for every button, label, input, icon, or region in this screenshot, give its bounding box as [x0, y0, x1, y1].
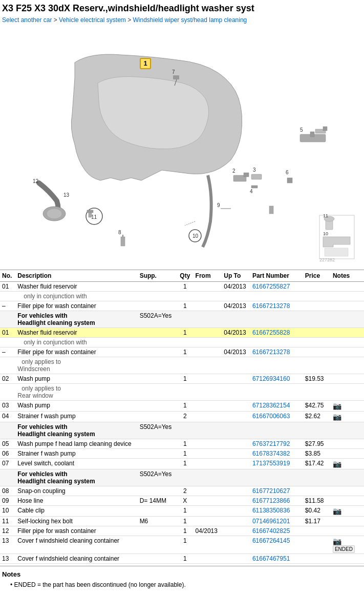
part-number-link[interactable]: 67126934160: [252, 375, 290, 382]
cell-supp: [138, 448, 177, 458]
cell-supp: [138, 486, 177, 496]
cell-from: [194, 448, 222, 458]
cell-upto: [222, 526, 250, 536]
part-number-link[interactable]: 17137553919: [252, 460, 290, 467]
cell-from: [194, 422, 222, 439]
cell-notes: 📷: [331, 458, 364, 469]
breadcrumb: Select another car > Vehicle electrical …: [0, 15, 364, 27]
part-number-link[interactable]: 61677123866: [252, 497, 290, 504]
cell-partnum: 67637217792: [250, 439, 303, 448]
svg-rect-38: [326, 220, 333, 230]
part-number-link[interactable]: 61678374382: [252, 450, 290, 457]
table-row: only applies toRear window: [0, 383, 364, 400]
cell-notes: [331, 486, 364, 496]
cell-partnum: 61677123866: [250, 496, 303, 505]
cell-desc: For vehicles withHeadlight cleaning syst…: [15, 422, 137, 439]
cell-no: 08: [0, 486, 15, 496]
part-number-link[interactable]: 61667255827: [252, 283, 290, 290]
svg-text:1: 1: [143, 59, 147, 67]
cell-qty: 1: [177, 554, 193, 563]
part-number-link[interactable]: 67637217792: [252, 440, 290, 447]
breadcrumb-link-wiper[interactable]: Windshield wiper syst/head lamp cleaning: [133, 16, 247, 24]
cell-partnum: 67126934160: [250, 374, 303, 383]
cell-no: [0, 422, 15, 439]
table-row: only in conjunction with: [0, 337, 364, 347]
cell-partnum: 61667255827: [250, 281, 303, 291]
cell-desc: Cover f windshield cleaning container: [15, 554, 137, 563]
part-number-link[interactable]: 61667467951: [252, 555, 290, 562]
cell-partnum: [250, 311, 303, 327]
cell-no: –: [0, 301, 15, 311]
camera-icon: 📷: [333, 413, 341, 421]
breadcrumb-link-electrical[interactable]: Vehicle electrical system: [59, 16, 126, 24]
cell-from: 04/2013: [194, 526, 222, 536]
cell-partnum: 61667402825: [250, 526, 303, 536]
table-row: 09Hose lineD= 14MMX61677123866$11.58: [0, 496, 364, 505]
cell-desc: Wash pumpe f head lamp cleaning device: [15, 439, 137, 448]
cell-upto: [222, 383, 250, 400]
cell-from: [194, 400, 222, 411]
breadcrumb-sep2: >: [127, 16, 133, 24]
svg-rect-12: [244, 173, 249, 177]
cell-qty: [177, 469, 193, 486]
svg-rect-9: [323, 127, 327, 131]
table-row: 03Wash pump167128362154$42.75📷: [0, 400, 364, 411]
cell-price: [303, 357, 331, 374]
cell-upto: [222, 505, 250, 516]
cell-notes: 📷: [331, 505, 364, 516]
cell-notes: 📷: [331, 400, 364, 411]
table-row: 11Self-locking hex boltM6107146961201$1.…: [0, 516, 364, 526]
cell-no: 12: [0, 526, 15, 536]
cell-desc: only applies toWindscreen: [15, 357, 137, 374]
cell-no: 01: [0, 327, 15, 337]
cell-desc: Wash pump: [15, 374, 137, 383]
cell-supp: M6: [138, 516, 177, 526]
table-row: For vehicles withHeadlight cleaning syst…: [0, 469, 364, 486]
cell-upto: 04/2013: [222, 281, 250, 291]
svg-text:10: 10: [323, 231, 328, 236]
cell-supp: D= 14MM: [138, 496, 177, 505]
cell-desc: Filler pipe for wash container: [15, 347, 137, 357]
cell-partnum: 61678374382: [250, 448, 303, 458]
cell-upto: [222, 400, 250, 411]
cell-price: $17.42: [303, 458, 331, 469]
cell-price: [303, 469, 331, 486]
part-number-link[interactable]: 07146961201: [252, 518, 290, 525]
cell-qty: 1: [177, 536, 193, 554]
cell-upto: [222, 374, 250, 383]
cell-upto: [222, 357, 250, 374]
svg-text:227282: 227282: [319, 257, 335, 262]
cell-supp: S502A=Yes: [138, 311, 177, 327]
svg-rect-14: [251, 174, 262, 179]
svg-text:13: 13: [63, 192, 70, 198]
cell-upto: 04/2013: [222, 347, 250, 357]
cell-notes: [331, 422, 364, 439]
cell-no: 02: [0, 374, 15, 383]
cell-partnum: 67128362154: [250, 400, 303, 411]
breadcrumb-link-car[interactable]: Select another car: [2, 16, 52, 24]
cell-price: $2.62: [303, 411, 331, 422]
cell-qty: 1: [177, 327, 193, 337]
part-number-link[interactable]: 61667255828: [252, 329, 290, 336]
cell-desc: Cover f windshield cleaning container: [15, 536, 137, 554]
part-number-link[interactable]: 61667213278: [252, 302, 290, 310]
cell-no: 13: [0, 536, 15, 554]
cell-partnum: 61667255828: [250, 327, 303, 337]
part-number-link[interactable]: 67128362154: [252, 402, 290, 409]
cell-price: [303, 486, 331, 496]
cell-qty: 1: [177, 281, 193, 291]
part-number-link[interactable]: 61138350836: [252, 507, 290, 514]
part-number-link[interactable]: 61677210627: [252, 487, 290, 495]
cell-notes: [331, 439, 364, 448]
part-number-link[interactable]: 61667006063: [252, 413, 290, 420]
cell-desc: For vehicles withHeadlight cleaning syst…: [15, 469, 137, 486]
part-number-link[interactable]: 61667213278: [252, 348, 290, 356]
col-header-qty: Qty: [177, 270, 193, 281]
notes-section: Notes • ENDED = the part has been discon…: [0, 566, 364, 591]
cell-from: [194, 311, 222, 327]
part-number-link[interactable]: 61667402825: [252, 527, 290, 535]
cell-notes: [331, 311, 364, 327]
cell-no: [0, 311, 15, 327]
cell-no: –: [0, 347, 15, 357]
part-number-link[interactable]: 61667264145: [252, 537, 290, 544]
